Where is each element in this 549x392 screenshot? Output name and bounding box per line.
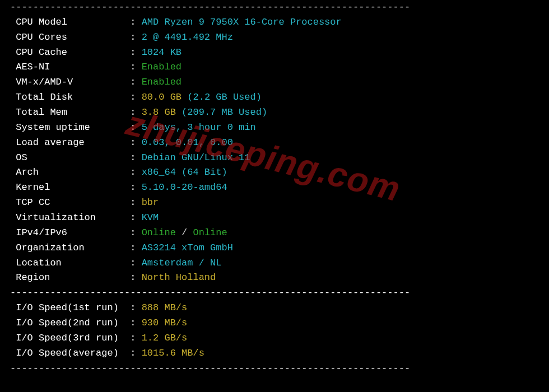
row-separator: :	[130, 120, 141, 136]
info-row: System uptime : 5 days, 3 hour 0 min	[10, 120, 539, 136]
row-label: Organization	[10, 241, 130, 256]
row-value: Online	[142, 226, 176, 241]
info-row: TCP CC : bbr	[10, 195, 539, 211]
row-label: System uptime	[10, 120, 130, 136]
row-value: 1.2 GB/s	[142, 331, 188, 346]
row-value: x86_64 (64 Bit)	[142, 165, 227, 180]
row-value: 80.0 GB	[142, 90, 188, 105]
divider-bottom: ----------------------------------------…	[10, 361, 539, 376]
info-row: AES-NI : Enabled	[10, 60, 539, 75]
row-separator: :	[130, 90, 141, 105]
row-value: bbr	[142, 195, 159, 211]
info-row: Location : Amsterdam / NL	[10, 256, 539, 271]
row-value: Online	[193, 226, 227, 241]
info-row: I/O Speed(3rd run) : 1.2 GB/s	[10, 331, 539, 346]
row-value: North Holland	[142, 270, 216, 286]
row-value: 5 days, 3 hour 0 min	[142, 120, 256, 136]
system-info-rows: CPU Model : AMD Ryzen 9 7950X 16-Core Pr…	[10, 15, 539, 286]
row-value: 2 @ 4491.492 MHz	[142, 30, 233, 45]
row-label: I/O Speed(3rd run)	[10, 331, 130, 346]
row-value: Enabled	[142, 75, 182, 90]
info-row: Arch : x86_64 (64 Bit)	[10, 165, 539, 180]
row-label: Arch	[10, 165, 130, 180]
row-label: Total Mem	[10, 105, 130, 120]
row-value: /	[176, 226, 193, 241]
row-label: TCP CC	[10, 195, 130, 211]
row-value: Amsterdam / NL	[142, 256, 222, 271]
info-row: VM-x/AMD-V : Enabled	[10, 75, 539, 90]
row-label: Virtualization	[10, 211, 130, 226]
io-speed-rows: I/O Speed(1st run) : 888 MB/s I/O Speed(…	[10, 301, 539, 361]
row-value: Enabled	[142, 60, 182, 75]
info-row: I/O Speed(average) : 1015.6 MB/s	[10, 346, 539, 361]
row-label: Region	[10, 270, 130, 286]
row-value: AS3214 xTom GmbH	[142, 241, 233, 256]
info-row: CPU Cores : 2 @ 4491.492 MHz	[10, 30, 539, 45]
row-separator: :	[130, 256, 141, 271]
row-value: 0.03, 0.01, 0.00	[142, 136, 233, 151]
terminal-output: ----------------------------------------…	[0, 0, 549, 376]
info-row: CPU Cache : 1024 KB	[10, 45, 539, 60]
row-label: I/O Speed(1st run)	[10, 301, 130, 316]
info-row: I/O Speed(2nd run) : 930 MB/s	[10, 316, 539, 331]
row-separator: :	[130, 165, 141, 180]
info-row: IPv4/IPv6 : Online / Online	[10, 226, 539, 241]
row-label: I/O Speed(2nd run)	[10, 316, 130, 331]
row-label: Total Disk	[10, 90, 130, 105]
info-row: Region : North Holland	[10, 270, 539, 286]
row-label: IPv4/IPv6	[10, 226, 130, 241]
row-separator: :	[130, 316, 141, 331]
row-separator: :	[130, 45, 141, 60]
info-row: OS : Debian GNU/Linux 11	[10, 151, 539, 166]
row-value: 1024 KB	[142, 45, 182, 60]
row-separator: :	[130, 270, 141, 286]
row-separator: :	[130, 180, 141, 195]
info-row: CPU Model : AMD Ryzen 9 7950X 16-Core Pr…	[10, 15, 539, 30]
row-value: AMD Ryzen 9 7950X 16-Core Processor	[142, 15, 342, 30]
row-label: CPU Cores	[10, 30, 130, 45]
row-separator: :	[130, 301, 141, 316]
row-label: OS	[10, 151, 130, 166]
row-value: KVM	[142, 211, 159, 226]
row-value: (2.2 GB Used)	[187, 90, 262, 105]
info-row: Load average : 0.03, 0.01, 0.00	[10, 136, 539, 151]
info-row: Kernel : 5.10.0-20-amd64	[10, 180, 539, 195]
row-separator: :	[130, 75, 141, 90]
row-separator: :	[130, 346, 141, 361]
row-label: Load average	[10, 136, 130, 151]
row-label: Location	[10, 256, 130, 271]
info-row: Virtualization : KVM	[10, 211, 539, 226]
row-separator: :	[130, 30, 141, 45]
info-row: Total Mem : 3.8 GB (209.7 MB Used)	[10, 105, 539, 120]
info-row: Organization : AS3214 xTom GmbH	[10, 241, 539, 256]
row-separator: :	[130, 136, 141, 151]
divider-top: ----------------------------------------…	[10, 0, 539, 15]
row-value: 930 MB/s	[142, 316, 188, 331]
row-separator: :	[130, 195, 141, 211]
row-value: 888 MB/s	[142, 301, 188, 316]
row-label: Kernel	[10, 180, 130, 195]
row-label: AES-NI	[10, 60, 130, 75]
row-separator: :	[130, 151, 141, 166]
row-separator: :	[130, 241, 141, 256]
row-value: 3.8 GB	[142, 105, 182, 120]
row-separator: :	[130, 331, 141, 346]
row-separator: :	[130, 105, 141, 120]
info-row: I/O Speed(1st run) : 888 MB/s	[10, 301, 539, 316]
row-value: 1015.6 MB/s	[142, 346, 204, 361]
row-separator: :	[130, 60, 141, 75]
row-separator: :	[130, 226, 141, 241]
info-row: Total Disk : 80.0 GB (2.2 GB Used)	[10, 90, 539, 105]
row-value: 5.10.0-20-amd64	[142, 180, 227, 195]
row-separator: :	[130, 15, 141, 30]
row-value: (209.7 MB Used)	[182, 105, 267, 120]
row-separator: :	[130, 211, 141, 226]
row-label: I/O Speed(average)	[10, 346, 130, 361]
row-value: Debian GNU/Linux 11	[142, 151, 250, 166]
divider-mid: ----------------------------------------…	[10, 286, 539, 301]
row-label: CPU Model	[10, 15, 130, 30]
row-label: VM-x/AMD-V	[10, 75, 130, 90]
row-label: CPU Cache	[10, 45, 130, 60]
